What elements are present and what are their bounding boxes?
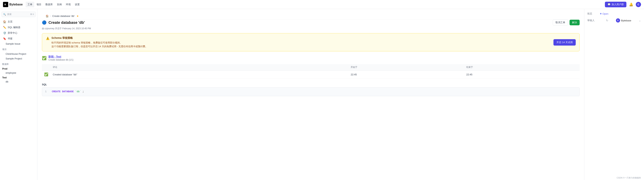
main-body: 🏠 > Create database 'db' ★ 🔵 Create data…: [38, 9, 644, 180]
nav-items: 工单 项目 数据库 实例 环境 设置: [26, 2, 82, 7]
sidebar-item-sql-editor[interactable]: ✏️ SQL 编辑器: [1, 25, 36, 30]
sidebar-item-bookmark[interactable]: 🔖 书签: [1, 36, 36, 41]
db-name: `db`: [75, 90, 81, 93]
search-shortcut: ⌘ K: [30, 13, 34, 16]
banner-content: Schema 审核策略 给不同的环境定制 schema 审核策略，免费版仅可使用…: [52, 36, 552, 48]
stage-title[interactable]: 阶段 - Test: [48, 55, 73, 58]
keyword-create: CREATE: [52, 90, 60, 93]
resolve-button[interactable]: 解决: [570, 20, 580, 25]
user-avatar[interactable]: C: [636, 2, 641, 7]
sql-code-block: 1 CREATE DATABASE `db` ;: [42, 87, 580, 96]
sidebar-db-employee[interactable]: employee: [1, 70, 36, 75]
stage-info: 阶段 - Test Create database db (1/1): [48, 55, 73, 61]
row-status-icon: ✅: [42, 70, 50, 78]
sidebar-db-group-prod: Prod: [0, 66, 37, 70]
sql-linenum: 1: [45, 90, 49, 94]
page-meta: 由 czjourney 开启于 February 14, 2023 10:45 …: [42, 27, 580, 30]
right-panel: 状态 Open 审核人 ↻ B Bytebase ⌄: [584, 9, 644, 180]
row-end: 22:45: [464, 70, 580, 78]
sidebar: 🔍 搜索 ⌘ K 🏠 主页 ✏️ SQL 编辑器 🛡️ 异常中心 🔖 书签 Sa…: [0, 9, 38, 180]
reviewer-label: 审核人: [587, 19, 598, 22]
main-content: 🏠 > Create database 'db' ★ 🔵 Create data…: [38, 9, 584, 180]
nav-item-database[interactable]: 数据库: [44, 2, 55, 7]
search-icon: 🔍: [3, 13, 6, 16]
breadcrumb: 🏠 > Create database 'db' ★: [42, 13, 580, 20]
warning-icon: ⚠️: [46, 37, 50, 40]
home-icon: 🏠: [3, 20, 6, 23]
banner-action: 开启 14 天试用: [554, 39, 576, 46]
sql-label: SQL: [42, 83, 580, 86]
banner-title: Schema 审核策略: [52, 36, 552, 40]
join-icon: 💬: [608, 3, 610, 6]
breadcrumb-sep: >: [50, 15, 51, 18]
sidebar-projects-label: 项目: [0, 46, 37, 52]
sql-line-1: 1 CREATE DATABASE `db` ;: [45, 90, 576, 94]
nav-item-env[interactable]: 环境: [64, 2, 72, 7]
table-col-end: 结束于: [464, 64, 580, 70]
refresh-icon[interactable]: ↻: [606, 19, 608, 22]
svg-text:B: B: [4, 3, 6, 6]
header-actions: 取消工单 解决: [553, 20, 580, 26]
stage-success-icon: ✅: [42, 56, 46, 60]
sidebar-db-group-test: Test: [0, 75, 37, 79]
table-col-status: [42, 64, 50, 70]
schema-review-banner: ⚠️ Schema 审核策略 给不同的环境定制 schema 审核策略，免费版仅…: [42, 33, 580, 51]
reviewer-info: B Bytebase: [616, 18, 631, 23]
stage-subtitle: Create database db (1/1): [48, 58, 73, 61]
shield-icon: 🛡️: [3, 32, 6, 35]
page-title-row: 🔵 Create database 'db': [42, 20, 85, 25]
table-row: ✅ Created database "db" 22:45 22:45: [42, 70, 580, 78]
sql-semicolon: ;: [82, 90, 84, 93]
footer-note: CSDN ©一只努力的微服务: [617, 176, 641, 179]
status-value: Open: [602, 12, 608, 15]
join-usergroup-button[interactable]: 💬 加入用户群: [605, 2, 626, 7]
logo-text: Bytebase: [9, 3, 23, 6]
breadcrumb-home-icon[interactable]: 🏠: [46, 15, 49, 18]
nav-item-project[interactable]: 项目: [34, 2, 43, 7]
nav-item-instance[interactable]: 实例: [55, 2, 64, 7]
reviewer-name: Bytebase: [621, 19, 631, 22]
sql-content: CREATE DATABASE `db` ;: [52, 90, 84, 94]
stage-row: ✅ 阶段 - Test Create database db (1/1): [42, 55, 580, 61]
nav-right: 💬 加入用户群 🔔 C: [605, 2, 641, 7]
table-col-start: 开始于: [348, 64, 464, 70]
row-start: 22:45: [348, 70, 464, 78]
issue-table: 评论 开始于 结束于 ✅ Created database "db" 22:45…: [42, 64, 580, 78]
top-nav: B Bytebase 工单 项目 数据库 实例 环境 设置 💬 加入用户群 🔔 …: [0, 0, 644, 9]
bookmark-icon: 🔖: [3, 37, 6, 40]
cancel-workorder-button[interactable]: 取消工单: [553, 20, 568, 26]
status-label: 状态: [587, 12, 598, 15]
sql-editor-icon: ✏️: [3, 26, 6, 29]
page-title: Create database 'db': [48, 21, 85, 25]
breadcrumb-current: Create database 'db': [52, 15, 75, 18]
page-header: 🔵 Create database 'db' 取消工单 解决: [42, 20, 580, 26]
trial-button[interactable]: 开启 14 天试用: [554, 39, 576, 46]
sidebar-item-home[interactable]: 🏠 主页: [1, 19, 36, 25]
status-dot: [600, 13, 602, 15]
table-col-comment: 评论: [50, 64, 348, 70]
logo-icon: B: [3, 2, 8, 7]
logo: B Bytebase: [3, 2, 23, 7]
sidebar-item-sample-project[interactable]: Sample Project: [1, 56, 36, 61]
notification-bell-button[interactable]: 🔔: [628, 2, 634, 7]
sidebar-databases-label: 数据库: [0, 61, 37, 66]
layout: 🔍 搜索 ⌘ K 🏠 主页 ✏️ SQL 编辑器 🛡️ 异常中心 🔖 书签 Sa…: [0, 9, 644, 180]
reviewer-select-arrow[interactable]: ⌄: [639, 19, 641, 22]
nav-item-settings[interactable]: 设置: [73, 2, 82, 7]
status-row: 状态 Open: [587, 12, 641, 15]
page-title-icon: 🔵: [42, 20, 46, 25]
reviewer-avatar: B: [616, 18, 620, 23]
row-comment: Created database "db": [50, 70, 348, 78]
sidebar-item-anomaly[interactable]: 🛡️ 异常中心: [1, 30, 36, 36]
keyword-database: DATABASE: [62, 90, 74, 93]
sql-section: SQL 1 CREATE DATABASE `db` ;: [42, 83, 580, 96]
search-bar[interactable]: 🔍 搜索 ⌘ K: [2, 12, 36, 17]
sidebar-item-clickhouse[interactable]: ClickHouse Project: [1, 52, 36, 56]
reviewer-row: 审核人 ↻ B Bytebase ⌄: [587, 18, 641, 23]
sidebar-bookmark-sample[interactable]: Sample Issue: [1, 41, 36, 46]
status-badge: Open: [600, 12, 608, 15]
star-icon[interactable]: ★: [76, 15, 79, 18]
banner-desc: 给不同的环境定制 schema 审核策略，免费版仅可使用部分规则。 这个功能需要…: [52, 41, 552, 48]
sidebar-db-db[interactable]: db: [1, 79, 36, 84]
nav-item-workorder[interactable]: 工单: [26, 2, 34, 7]
